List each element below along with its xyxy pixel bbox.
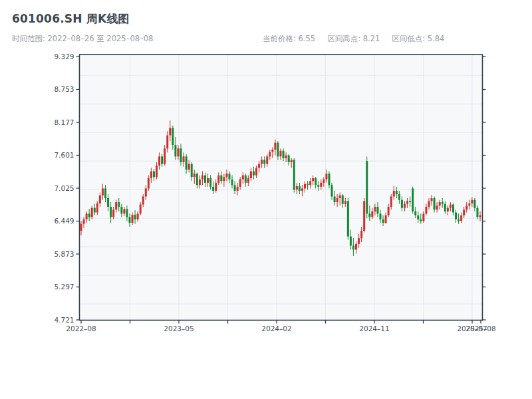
candle-body xyxy=(390,196,392,206)
candle-body xyxy=(164,148,166,164)
candle-body xyxy=(94,208,96,213)
candle-body xyxy=(476,208,478,217)
candle-body xyxy=(299,186,301,191)
candle-body xyxy=(417,215,419,219)
candle-body xyxy=(199,180,201,186)
candle-body xyxy=(166,136,168,149)
candle-body xyxy=(436,205,438,209)
candle-body xyxy=(288,156,290,162)
candle-body xyxy=(473,200,475,208)
candle-body xyxy=(325,174,327,180)
candle-body xyxy=(463,209,465,215)
candle-body xyxy=(323,180,325,183)
candle-body xyxy=(263,160,265,164)
candle-body xyxy=(145,188,147,196)
candle-body xyxy=(253,172,255,176)
y-tick-label: 6.449 xyxy=(54,217,74,225)
candle-body xyxy=(425,207,427,213)
candle-body xyxy=(156,166,158,177)
candle-body xyxy=(148,178,150,188)
candle-body xyxy=(215,183,217,191)
candle-body xyxy=(220,176,222,182)
candle-body xyxy=(339,196,341,198)
candle-body xyxy=(355,244,357,250)
candle-body xyxy=(196,174,198,185)
candle-body xyxy=(468,203,470,205)
candle-body xyxy=(301,188,303,190)
candle-body xyxy=(422,213,424,221)
candle-body xyxy=(239,180,241,187)
candle-body xyxy=(385,215,387,223)
candle-body xyxy=(360,231,362,238)
candle-body xyxy=(250,172,252,178)
candle-body xyxy=(269,152,271,156)
candle-body xyxy=(371,211,373,217)
candle-body xyxy=(358,238,360,244)
candle-body xyxy=(237,187,239,191)
candle-body xyxy=(194,174,196,177)
candle-body xyxy=(458,219,460,221)
candle-body xyxy=(120,207,122,213)
candle-body xyxy=(183,156,185,162)
candle-body xyxy=(442,202,444,204)
candle-body xyxy=(420,219,422,221)
candle-body xyxy=(455,213,457,219)
x-axis: 2022–082023–052024–022024–112025–072025–… xyxy=(66,321,495,333)
candle-body xyxy=(412,188,414,211)
candle-body xyxy=(283,151,285,158)
candle-body xyxy=(479,215,481,217)
candle-body xyxy=(466,205,467,209)
candle-body xyxy=(104,188,106,198)
candle-body xyxy=(212,187,214,191)
candle-body xyxy=(277,143,279,157)
candle-body xyxy=(406,201,408,203)
candle-body xyxy=(207,178,209,183)
candle-body xyxy=(88,213,90,217)
candle-body xyxy=(258,164,260,168)
candle-body xyxy=(404,204,406,208)
candle-body xyxy=(204,176,206,183)
candle-body xyxy=(99,196,101,203)
candle-body xyxy=(247,178,249,183)
candle-body xyxy=(174,145,176,156)
candle-body xyxy=(225,174,227,177)
candle-body xyxy=(86,213,88,219)
x-tick-label: 2025–08 xyxy=(466,325,495,332)
candle-body xyxy=(304,184,306,189)
candle-body xyxy=(317,185,319,187)
y-tick-label: 7.025 xyxy=(54,184,74,192)
candle-body xyxy=(132,215,134,223)
candle-body xyxy=(285,156,287,158)
candle-body xyxy=(112,209,114,217)
candle-body xyxy=(312,178,314,181)
candle-body xyxy=(376,207,378,213)
candle-body xyxy=(431,198,433,201)
candle-body xyxy=(328,174,330,185)
candle-body xyxy=(315,178,317,185)
candle-body xyxy=(450,204,452,207)
x-tick-label: 2024–11 xyxy=(359,325,389,332)
y-tick-label: 7.601 xyxy=(54,151,74,159)
candle-body xyxy=(255,168,257,175)
candle-body xyxy=(169,128,171,135)
plot-area xyxy=(80,55,483,321)
candle-body xyxy=(126,209,128,217)
candle-body xyxy=(380,213,382,219)
y-tick-label: 8.753 xyxy=(54,85,74,93)
candle-body xyxy=(128,217,130,223)
kline-page: 601006.SH 周K线图 时间范围: 2022–08–26 至 2025–0… xyxy=(0,0,532,399)
candle-body xyxy=(291,160,293,162)
candle-body xyxy=(223,177,225,181)
candle-body xyxy=(102,188,104,195)
candle-body xyxy=(91,208,93,217)
candle-body xyxy=(158,156,160,166)
candle-body xyxy=(172,128,174,145)
candle-body xyxy=(414,211,416,215)
candle-body xyxy=(161,156,163,164)
candle-body xyxy=(396,191,398,194)
y-tick-label: 8.177 xyxy=(54,118,74,126)
candle-body xyxy=(307,184,309,186)
candle-body xyxy=(350,237,352,246)
candle-body xyxy=(180,148,182,162)
y-tick-label: 9.329 xyxy=(54,53,74,61)
